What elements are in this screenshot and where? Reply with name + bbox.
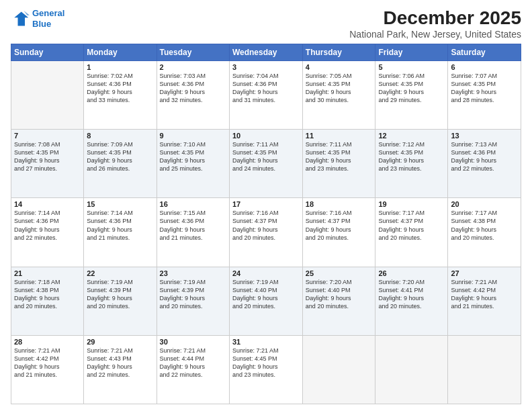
calendar-day: 11Sunrise: 7:11 AMSunset: 4:35 PMDayligh… <box>302 130 375 198</box>
day-info: Sunrise: 7:20 AMSunset: 4:41 PMDaylight:… <box>378 278 445 311</box>
day-number: 6 <box>451 63 518 71</box>
logo-icon <box>11 9 30 28</box>
calendar-day: 24Sunrise: 7:19 AMSunset: 4:40 PMDayligh… <box>229 267 302 335</box>
day-info: Sunrise: 7:17 AMSunset: 4:37 PMDaylight:… <box>378 209 445 242</box>
day-info: Sunrise: 7:21 AMSunset: 4:43 PMDaylight:… <box>87 347 153 379</box>
day-number: 14 <box>14 200 81 208</box>
day-number: 12 <box>378 132 445 140</box>
calendar-day: 18Sunrise: 7:16 AMSunset: 4:37 PMDayligh… <box>302 198 375 267</box>
calendar-day: 15Sunrise: 7:14 AMSunset: 4:36 PMDayligh… <box>84 198 157 267</box>
day-number: 20 <box>451 200 518 208</box>
day-info: Sunrise: 7:06 AMSunset: 4:35 PMDaylight:… <box>378 72 445 105</box>
calendar-day: 20Sunrise: 7:17 AMSunset: 4:38 PMDayligh… <box>448 198 521 267</box>
day-info: Sunrise: 7:19 AMSunset: 4:40 PMDaylight:… <box>232 278 300 311</box>
day-info: Sunrise: 7:11 AMSunset: 4:35 PMDaylight:… <box>306 140 373 173</box>
page: General Blue December 2025 National Park… <box>0 0 532 411</box>
day-number: 27 <box>451 269 518 277</box>
calendar-week-3: 14Sunrise: 7:14 AMSunset: 4:36 PMDayligh… <box>11 198 521 267</box>
calendar-week-2: 7Sunrise: 7:08 AMSunset: 4:35 PMDaylight… <box>11 130 521 198</box>
day-number: 18 <box>306 200 373 208</box>
day-number: 1 <box>87 63 153 71</box>
col-thursday: Thursday <box>302 44 375 60</box>
day-info: Sunrise: 7:19 AMSunset: 4:39 PMDaylight:… <box>87 278 153 311</box>
day-info: Sunrise: 7:08 AMSunset: 4:35 PMDaylight:… <box>14 140 81 173</box>
day-number: 28 <box>14 338 81 346</box>
day-number: 23 <box>160 269 226 277</box>
day-info: Sunrise: 7:21 AMSunset: 4:44 PMDaylight:… <box>160 347 226 379</box>
day-number: 22 <box>87 269 153 277</box>
calendar-day: 7Sunrise: 7:08 AMSunset: 4:35 PMDaylight… <box>11 130 84 198</box>
calendar-day <box>448 335 521 404</box>
calendar-day: 23Sunrise: 7:19 AMSunset: 4:39 PMDayligh… <box>157 267 229 335</box>
header: General Blue December 2025 National Park… <box>11 8 521 40</box>
calendar-day: 1Sunrise: 7:02 AMSunset: 4:36 PMDaylight… <box>84 60 157 129</box>
day-info: Sunrise: 7:10 AMSunset: 4:35 PMDaylight:… <box>160 140 226 173</box>
day-info: Sunrise: 7:14 AMSunset: 4:36 PMDaylight:… <box>14 209 81 242</box>
day-info: Sunrise: 7:15 AMSunset: 4:36 PMDaylight:… <box>160 209 226 242</box>
col-wednesday: Wednesday <box>229 44 302 60</box>
calendar-day: 4Sunrise: 7:05 AMSunset: 4:35 PMDaylight… <box>302 60 375 129</box>
calendar-day: 16Sunrise: 7:15 AMSunset: 4:36 PMDayligh… <box>157 198 229 267</box>
calendar-day: 28Sunrise: 7:21 AMSunset: 4:42 PMDayligh… <box>11 335 84 404</box>
calendar-day: 31Sunrise: 7:21 AMSunset: 4:45 PMDayligh… <box>229 335 302 404</box>
logo-line1: General <box>32 8 64 18</box>
day-number: 31 <box>232 338 300 346</box>
page-subtitle: National Park, New Jersey, United States <box>349 29 521 40</box>
calendar-day: 22Sunrise: 7:19 AMSunset: 4:39 PMDayligh… <box>84 267 157 335</box>
calendar-body: 1Sunrise: 7:02 AMSunset: 4:36 PMDaylight… <box>11 60 521 404</box>
day-info: Sunrise: 7:20 AMSunset: 4:40 PMDaylight:… <box>306 278 373 311</box>
day-info: Sunrise: 7:13 AMSunset: 4:36 PMDaylight:… <box>451 140 518 173</box>
day-number: 24 <box>232 269 300 277</box>
day-info: Sunrise: 7:09 AMSunset: 4:35 PMDaylight:… <box>87 140 153 173</box>
day-info: Sunrise: 7:02 AMSunset: 4:36 PMDaylight:… <box>87 72 153 105</box>
day-info: Sunrise: 7:21 AMSunset: 4:42 PMDaylight:… <box>451 278 518 311</box>
calendar-day: 6Sunrise: 7:07 AMSunset: 4:35 PMDaylight… <box>448 60 521 129</box>
calendar-day <box>11 60 84 129</box>
day-info: Sunrise: 7:21 AMSunset: 4:45 PMDaylight:… <box>232 347 300 379</box>
day-number: 21 <box>14 269 81 277</box>
col-sunday: Sunday <box>11 44 84 60</box>
day-number: 26 <box>378 269 445 277</box>
calendar-day: 13Sunrise: 7:13 AMSunset: 4:36 PMDayligh… <box>448 130 521 198</box>
day-number: 9 <box>160 132 226 140</box>
calendar-day: 2Sunrise: 7:03 AMSunset: 4:36 PMDaylight… <box>157 60 229 129</box>
day-info: Sunrise: 7:17 AMSunset: 4:38 PMDaylight:… <box>451 209 518 242</box>
calendar-day: 12Sunrise: 7:12 AMSunset: 4:35 PMDayligh… <box>375 130 448 198</box>
calendar-day: 14Sunrise: 7:14 AMSunset: 4:36 PMDayligh… <box>11 198 84 267</box>
day-number: 8 <box>87 132 153 140</box>
day-number: 5 <box>378 63 445 71</box>
calendar-day: 30Sunrise: 7:21 AMSunset: 4:44 PMDayligh… <box>157 335 229 404</box>
day-number: 2 <box>160 63 226 71</box>
calendar-day: 26Sunrise: 7:20 AMSunset: 4:41 PMDayligh… <box>375 267 448 335</box>
day-number: 3 <box>232 63 300 71</box>
calendar-day: 21Sunrise: 7:18 AMSunset: 4:38 PMDayligh… <box>11 267 84 335</box>
day-number: 25 <box>306 269 373 277</box>
day-number: 7 <box>14 132 81 140</box>
day-info: Sunrise: 7:18 AMSunset: 4:38 PMDaylight:… <box>14 278 81 311</box>
day-info: Sunrise: 7:12 AMSunset: 4:35 PMDaylight:… <box>378 140 445 173</box>
day-info: Sunrise: 7:04 AMSunset: 4:36 PMDaylight:… <box>232 72 300 105</box>
calendar-day: 27Sunrise: 7:21 AMSunset: 4:42 PMDayligh… <box>448 267 521 335</box>
calendar-day: 29Sunrise: 7:21 AMSunset: 4:43 PMDayligh… <box>84 335 157 404</box>
day-number: 13 <box>451 132 518 140</box>
col-saturday: Saturday <box>448 44 521 60</box>
calendar-week-1: 1Sunrise: 7:02 AMSunset: 4:36 PMDaylight… <box>11 60 521 129</box>
day-number: 11 <box>306 132 373 140</box>
day-info: Sunrise: 7:05 AMSunset: 4:35 PMDaylight:… <box>306 72 373 105</box>
calendar-week-4: 21Sunrise: 7:18 AMSunset: 4:38 PMDayligh… <box>11 267 521 335</box>
col-friday: Friday <box>375 44 448 60</box>
calendar-day: 10Sunrise: 7:11 AMSunset: 4:35 PMDayligh… <box>229 130 302 198</box>
calendar-day: 25Sunrise: 7:20 AMSunset: 4:40 PMDayligh… <box>302 267 375 335</box>
logo-text: General Blue <box>32 8 64 29</box>
day-number: 16 <box>160 200 226 208</box>
day-number: 4 <box>306 63 373 71</box>
day-info: Sunrise: 7:16 AMSunset: 4:37 PMDaylight:… <box>306 209 373 242</box>
day-number: 29 <box>87 338 153 346</box>
calendar-day <box>302 335 375 404</box>
day-info: Sunrise: 7:03 AMSunset: 4:36 PMDaylight:… <box>160 72 226 105</box>
logo: General Blue <box>11 8 64 29</box>
calendar-day: 19Sunrise: 7:17 AMSunset: 4:37 PMDayligh… <box>375 198 448 267</box>
calendar-day: 5Sunrise: 7:06 AMSunset: 4:35 PMDaylight… <box>375 60 448 129</box>
day-number: 15 <box>87 200 153 208</box>
day-info: Sunrise: 7:19 AMSunset: 4:39 PMDaylight:… <box>160 278 226 311</box>
